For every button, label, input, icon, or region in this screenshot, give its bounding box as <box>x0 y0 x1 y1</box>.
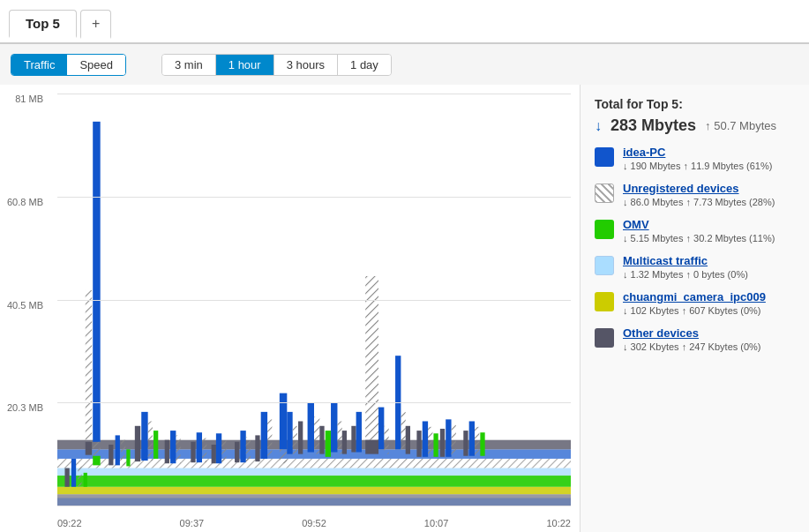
legend-text-0: idea-PC↓ 190 Mbytes ↑ 11.9 Mbytes (61%) <box>623 146 772 171</box>
grid-lines <box>57 94 571 506</box>
legend-item-5: Other devices↓ 302 Kbytes ↑ 247 Kbytes (… <box>595 326 795 352</box>
y-label-1: 60.8 MB <box>7 197 43 207</box>
time-range-group: 3 min 1 hour 3 hours 1 day <box>161 54 392 76</box>
controls-bar: Traffic Speed 3 min 1 hour 3 hours 1 day <box>0 44 809 85</box>
x-axis-labels: 09:22 09:37 09:52 10:07 10:22 <box>57 518 571 528</box>
grid-line-1 <box>57 197 571 198</box>
legend-stats-2: ↓ 5.15 Mbytes ↑ 30.2 Mbytes (11%) <box>623 233 775 244</box>
legend-stats-4: ↓ 102 Kbytes ↑ 607 Kbytes (0%) <box>623 305 766 316</box>
legend-name-5[interactable]: Other devices <box>623 326 761 340</box>
chart-area: 81 MB 60.8 MB 40.5 MB 20.3 MB <box>0 85 580 532</box>
y-label-3: 20.3 MB <box>7 402 43 413</box>
grid-line-3 <box>57 402 571 403</box>
tab-add-button[interactable]: + <box>80 10 111 39</box>
legend-item-3: Multicast traffic↓ 1.32 Mbytes ↑ 0 bytes… <box>595 254 795 280</box>
legend-panel: Total for Top 5: ↓ 283 Mbytes ↑ 50.7 Mby… <box>580 85 809 532</box>
main-content: 81 MB 60.8 MB 40.5 MB 20.3 MB <box>0 85 809 532</box>
legend-total-values: ↓ 283 Mbytes ↑ 50.7 Mbytes <box>595 116 795 135</box>
time-3hours-button[interactable]: 3 hours <box>274 55 338 75</box>
total-down-arrow: ↓ <box>595 118 602 134</box>
legend-text-3: Multicast traffic↓ 1.32 Mbytes ↑ 0 bytes… <box>623 254 748 280</box>
legend-text-4: chuangmi_camera_ipc009↓ 102 Kbytes ↑ 607… <box>623 290 766 316</box>
legend-item-0: idea-PC↓ 190 Mbytes ↑ 11.9 Mbytes (61%) <box>595 146 795 171</box>
total-down-value: 283 Mbytes <box>610 116 696 135</box>
grid-line-0 <box>57 94 571 94</box>
legend-items-container: idea-PC↓ 190 Mbytes ↑ 11.9 Mbytes (61%)U… <box>595 146 795 352</box>
legend-stats-0: ↓ 190 Mbytes ↑ 11.9 Mbytes (61%) <box>623 161 772 171</box>
legend-item-2: OMV↓ 5.15 Mbytes ↑ 30.2 Mbytes (11%) <box>595 218 795 244</box>
x-label-1: 09:37 <box>180 518 205 528</box>
traffic-toggle-button[interactable]: Traffic <box>11 55 67 75</box>
x-label-0: 09:22 <box>57 518 82 528</box>
legend-item-4: chuangmi_camera_ipc009↓ 102 Kbytes ↑ 607… <box>595 290 795 316</box>
legend-swatch-4 <box>595 292 614 311</box>
legend-swatch-3 <box>595 256 614 275</box>
legend-swatch-5 <box>595 328 614 348</box>
legend-text-2: OMV↓ 5.15 Mbytes ↑ 30.2 Mbytes (11%) <box>623 218 775 244</box>
legend-name-4[interactable]: chuangmi_camera_ipc009 <box>623 290 766 303</box>
legend-text-1: Unregistered devices↓ 86.0 Mbytes ↑ 7.73… <box>623 182 775 207</box>
legend-total-title: Total for Top 5: <box>595 97 795 111</box>
tab-top5[interactable]: Top 5 <box>9 10 77 38</box>
legend-stats-3: ↓ 1.32 Mbytes ↑ 0 bytes (0%) <box>623 269 748 280</box>
legend-text-5: Other devices↓ 302 Kbytes ↑ 247 Kbytes (… <box>623 326 761 352</box>
legend-swatch-2 <box>595 220 614 239</box>
legend-stats-5: ↓ 302 Kbytes ↑ 247 Kbytes (0%) <box>623 341 761 352</box>
y-axis-labels: 81 MB 60.8 MB 40.5 MB 20.3 MB <box>7 94 43 506</box>
grid-line-2 <box>57 300 571 301</box>
legend-item-1: Unregistered devices↓ 86.0 Mbytes ↑ 7.73… <box>595 182 795 207</box>
x-label-3: 10:07 <box>424 518 449 528</box>
legend-name-3[interactable]: Multicast traffic <box>623 254 748 267</box>
legend-stats-1: ↓ 86.0 Mbytes ↑ 7.73 Mbytes (28%) <box>623 197 775 207</box>
total-up-value: ↑ 50.7 Mbytes <box>705 119 776 132</box>
legend-name-1[interactable]: Unregistered devices <box>623 182 775 195</box>
time-3min-button[interactable]: 3 min <box>162 55 216 75</box>
grid-line-4 <box>57 506 571 506</box>
time-1day-button[interactable]: 1 day <box>338 55 391 75</box>
y-label-2: 40.5 MB <box>7 300 43 311</box>
legend-name-0[interactable]: idea-PC <box>623 146 772 159</box>
legend-swatch-1 <box>595 184 614 203</box>
x-label-2: 09:52 <box>302 518 326 528</box>
legend-name-2[interactable]: OMV <box>623 218 775 231</box>
x-label-4: 10:22 <box>546 518 571 528</box>
traffic-speed-toggle: Traffic Speed <box>11 54 126 76</box>
legend-swatch-0 <box>595 147 614 167</box>
speed-toggle-button[interactable]: Speed <box>67 55 125 75</box>
y-label-0: 81 MB <box>15 94 43 104</box>
tab-bar: Top 5 + <box>0 0 809 44</box>
time-1hour-button[interactable]: 1 hour <box>216 55 274 75</box>
